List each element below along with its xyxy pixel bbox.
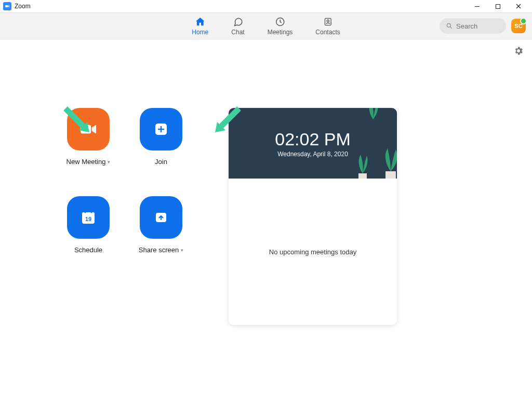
settings-button[interactable]: [513, 46, 524, 58]
search-icon: [446, 22, 453, 30]
svg-rect-15: [82, 212, 95, 215]
plus-icon: [140, 108, 182, 151]
window-title: Zoom: [15, 3, 31, 10]
chevron-down-icon[interactable]: ▾: [181, 248, 183, 253]
svg-rect-2: [496, 4, 500, 8]
nav-tab-home[interactable]: Home: [192, 16, 208, 36]
action-label: Schedule: [74, 246, 102, 254]
plant-decoration-icon: [363, 108, 383, 119]
plant-decoration-icon: [353, 155, 372, 179]
nav-tab-chat[interactable]: Chat: [231, 16, 244, 36]
nav-tab-meetings[interactable]: Meetings: [268, 16, 293, 36]
svg-text:19: 19: [85, 216, 91, 222]
svg-point-16: [85, 212, 86, 213]
avatar-initials: SC: [514, 23, 522, 29]
plant-decoration-icon: [379, 148, 397, 179]
window-minimize-button[interactable]: [467, 0, 487, 12]
search-box[interactable]: [440, 18, 506, 34]
svg-point-7: [327, 20, 329, 22]
current-time: 02:02 PM: [275, 129, 351, 149]
chat-icon: [232, 16, 244, 28]
nav-label: Home: [192, 29, 208, 36]
svg-rect-21: [385, 171, 396, 179]
svg-point-17: [91, 212, 92, 213]
action-label: Join: [155, 158, 167, 166]
home-icon: [194, 16, 206, 28]
action-label: New Meeting: [66, 158, 106, 166]
join-button[interactable]: Join: [125, 108, 197, 191]
content-area: New Meeting ▾ Join 19 Schedule: [0, 39, 532, 396]
annotation-arrow-right: [207, 104, 243, 143]
action-label: Share screen: [139, 246, 179, 254]
calendar-icon: 19: [67, 196, 110, 239]
panel-hero: 02:02 PM Wednesday, April 8, 2020: [229, 108, 397, 179]
search-input[interactable]: [456, 22, 498, 30]
current-date: Wednesday, April 8, 2020: [277, 151, 348, 158]
no-meetings-message: No upcoming meetings today: [269, 248, 356, 256]
svg-rect-0: [5, 5, 8, 7]
clock-icon: [274, 16, 286, 28]
zoom-logo-icon: [3, 2, 11, 10]
window-maximize-button[interactable]: [487, 0, 508, 12]
share-icon: [140, 196, 182, 239]
svg-point-8: [447, 23, 450, 27]
window-close-button[interactable]: [508, 0, 529, 12]
title-bar: Zoom: [0, 0, 532, 12]
svg-rect-20: [358, 173, 367, 179]
gear-icon: [513, 46, 524, 56]
nav-tab-contacts[interactable]: Contacts: [315, 16, 340, 36]
annotation-arrow-left: [61, 104, 98, 143]
nav-label: Chat: [231, 29, 244, 36]
user-avatar[interactable]: SC: [511, 19, 526, 33]
share-screen-button[interactable]: Share screen ▾: [125, 196, 197, 279]
chevron-down-icon[interactable]: ▾: [108, 159, 110, 165]
svg-line-9: [450, 27, 452, 29]
contacts-icon: [322, 16, 334, 28]
upcoming-panel: 02:02 PM Wednesday, April 8, 2020 No upc…: [229, 108, 397, 325]
nav-label: Contacts: [315, 29, 340, 36]
nav-label: Meetings: [268, 29, 293, 36]
panel-body: No upcoming meetings today: [229, 179, 397, 325]
schedule-button[interactable]: 19 Schedule: [52, 196, 125, 279]
nav-bar: Home Chat Meetings Contacts SC: [0, 12, 532, 39]
